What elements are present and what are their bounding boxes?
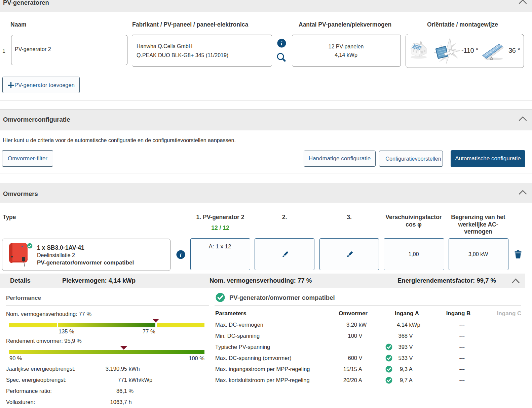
svg-text:i: i [281,40,282,47]
svg-text:i: i [180,252,182,258]
